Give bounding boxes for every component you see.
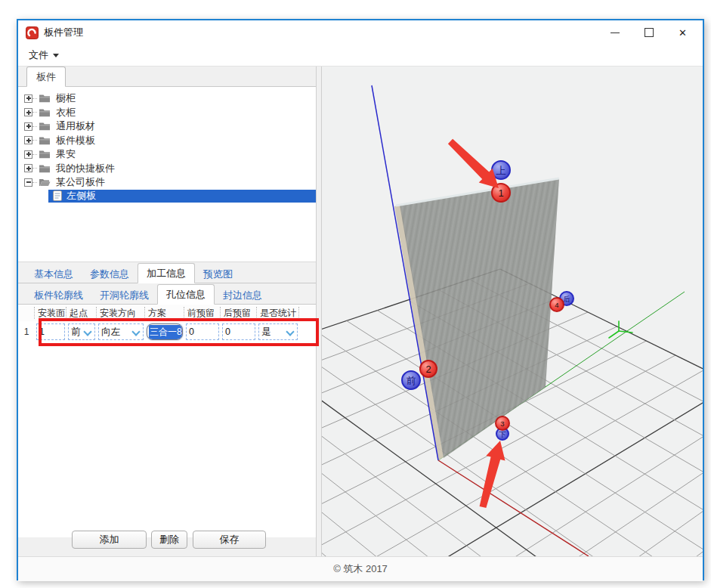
- tree-item-label: 衣柜: [54, 106, 78, 119]
- expand-icon[interactable]: [24, 136, 32, 144]
- window-title: 板件管理: [44, 26, 83, 39]
- tree-item[interactable]: 某公司板件: [18, 175, 316, 190]
- tree-item-label: 通用板材: [54, 119, 97, 133]
- install-direction-select[interactable]: 向左: [98, 323, 144, 340]
- tree-connector: [32, 140, 37, 141]
- caret-down-icon: [53, 54, 59, 57]
- add-button[interactable]: 添加: [72, 531, 147, 549]
- svg-text:下: 下: [499, 430, 506, 438]
- delete-button[interactable]: 删除: [151, 531, 187, 549]
- hole-marker-3-marker[interactable]: 3: [496, 416, 509, 430]
- back-reserve-input[interactable]: 0: [222, 323, 255, 340]
- tree-connector: [32, 112, 37, 113]
- tree-item[interactable]: 橱柜: [18, 91, 316, 106]
- col-install-direction: 安装方向: [97, 307, 145, 319]
- svg-text:前: 前: [407, 375, 416, 386]
- svg-text:1: 1: [498, 187, 503, 199]
- table-header-row: 安装面 起点 安装方向 方案 前预留 后预留 是否统计: [18, 305, 316, 321]
- menu-file-label: 文件: [29, 48, 48, 62]
- face-label-front-marker[interactable]: 前: [402, 371, 420, 389]
- tree-item[interactable]: 我的快捷板件: [18, 162, 316, 176]
- scheme-combobox[interactable]: 三合一8: [147, 323, 183, 340]
- maximize-button[interactable]: [632, 20, 666, 45]
- action-button-row: 添加 删除 保存: [18, 531, 316, 549]
- save-button[interactable]: 保存: [193, 531, 266, 549]
- tab-basic-info[interactable]: 基本信息: [26, 265, 82, 283]
- tree-item-label: 我的快捷板件: [54, 162, 117, 175]
- col-install-face: 安装面: [35, 307, 66, 319]
- svg-text:4: 4: [555, 301, 558, 309]
- tab-panel-outline[interactable]: 板件轮廓线: [26, 286, 91, 305]
- start-point-select[interactable]: 前: [68, 323, 95, 340]
- col-start-point: 起点: [66, 307, 97, 319]
- table-row: 1 1 前 向左 三合一8 0 0 是: [18, 321, 316, 342]
- left-panel: 板件 橱柜衣柜通用板材板件模板果安我的快捷板件某公司板件左侧板 基本信息 参数信…: [18, 67, 317, 556]
- tree-connector: [32, 182, 37, 183]
- svg-text:2: 2: [425, 364, 431, 375]
- tree-item-selected[interactable]: 左侧板: [48, 190, 316, 203]
- folder-icon: [39, 150, 51, 159]
- tree-item-label: 橱柜: [54, 91, 78, 105]
- tab-edge-banding[interactable]: 封边信息: [215, 286, 270, 305]
- svg-text:后: 后: [563, 295, 570, 303]
- tree-item-label: 左侧板: [65, 189, 96, 203]
- title-bar: 板件管理 ✕: [18, 20, 703, 45]
- col-front-reserve: 前预留: [184, 307, 221, 319]
- folder-icon: [39, 94, 51, 103]
- annotation-arrow: [480, 441, 505, 508]
- row-number: 1: [18, 326, 35, 337]
- hole-info-table: 安装面 起点 安装方向 方案 前预留 后预留 是否统计 1 1 前 向左 三合一…: [18, 305, 316, 537]
- panel-tree: 橱柜衣柜通用板材板件模板果安我的快捷板件某公司板件左侧板: [18, 87, 316, 262]
- tree-item[interactable]: 通用板材: [18, 119, 316, 134]
- svg-text:上: 上: [496, 165, 506, 176]
- panel-tab-strip: 板件: [18, 67, 316, 87]
- info-tab-strip: 基本信息 参数信息 加工信息 预览图: [18, 262, 316, 283]
- expand-icon[interactable]: [24, 122, 32, 131]
- col-scheme: 方案: [145, 307, 184, 319]
- tree-item-label: 板件模板: [54, 134, 97, 147]
- 3d-scene: 上1后4前2下3: [322, 67, 703, 556]
- tab-processing-info[interactable]: 加工信息: [138, 263, 195, 283]
- tree-connector: [32, 126, 37, 127]
- install-face-input[interactable]: 1: [36, 323, 65, 340]
- folder-icon: [39, 122, 51, 131]
- tab-hole-outline[interactable]: 开洞轮廓线: [91, 286, 157, 305]
- tree-item[interactable]: 衣柜: [18, 106, 316, 120]
- close-button[interactable]: ✕: [666, 20, 700, 45]
- tab-hole-info[interactable]: 孔位信息: [157, 284, 215, 305]
- selected-text: 三合一8: [149, 325, 183, 339]
- hole-marker-4-marker[interactable]: 4: [550, 298, 564, 311]
- chevron-down-icon: [286, 327, 294, 336]
- statistics-select[interactable]: 是: [258, 323, 298, 340]
- expand-icon[interactable]: [24, 108, 32, 116]
- folder-icon: [39, 164, 51, 173]
- expand-icon[interactable]: [24, 94, 32, 103]
- tree-connector: [32, 168, 37, 169]
- col-statistics: 是否统计: [257, 307, 299, 319]
- tab-preview[interactable]: 预览图: [195, 265, 241, 283]
- expand-icon[interactable]: [24, 164, 32, 172]
- copyright-text: © 筑木 2017: [333, 563, 388, 574]
- minimize-button[interactable]: [598, 20, 632, 45]
- tab-panels[interactable]: 板件: [26, 67, 66, 87]
- svg-text:3: 3: [500, 419, 504, 428]
- tree-connector: [32, 98, 37, 99]
- 3d-viewport[interactable]: 上1后4前2下3: [321, 67, 703, 556]
- folder-icon: [39, 136, 51, 145]
- hole-marker-2-marker[interactable]: 2: [420, 361, 437, 377]
- chevron-down-icon: [83, 327, 91, 336]
- open-folder-icon: [39, 178, 51, 187]
- tree-item-label: 某公司板件: [54, 175, 107, 189]
- tree-item[interactable]: 板件模板: [18, 134, 316, 148]
- tree-item[interactable]: 果安: [18, 147, 316, 162]
- front-reserve-input[interactable]: 0: [186, 323, 219, 340]
- menu-bar: 文件: [18, 45, 703, 67]
- annotation-arrow: [448, 139, 499, 188]
- folder-icon: [39, 108, 51, 117]
- tab-parameter-info[interactable]: 参数信息: [82, 265, 138, 283]
- expand-icon[interactable]: [24, 150, 32, 159]
- menu-file[interactable]: 文件: [24, 46, 63, 64]
- document-icon: [53, 190, 62, 201]
- collapse-icon[interactable]: [24, 178, 32, 187]
- app-logo-icon: [26, 26, 39, 39]
